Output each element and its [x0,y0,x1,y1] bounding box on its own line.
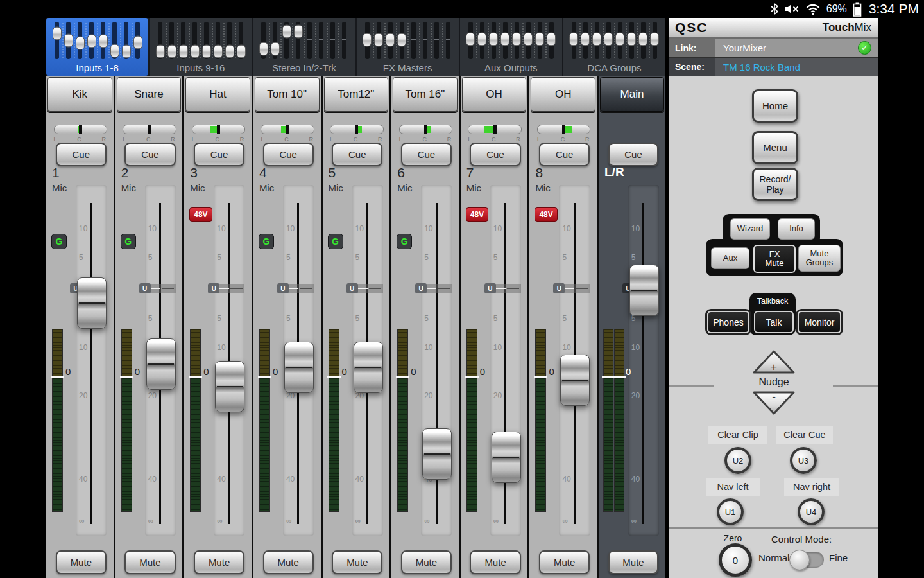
pan-indicator[interactable] [468,125,522,134]
mute-button[interactable]: Mute [332,550,382,574]
cue-button[interactable]: Cue [56,143,107,166]
fader-bank-tab-inputs-9-16[interactable]: Inputs 9-16 [150,18,252,76]
record-play-button[interactable]: Record/ Play [752,168,798,201]
user-button-u2[interactable]: U2 [724,447,751,474]
menu-button[interactable]: Menu [752,131,798,164]
fader-track[interactable]: 105U5102040∞ [352,185,383,536]
channel-name-header[interactable]: OH [462,77,527,112]
mute-button[interactable]: Mute [470,550,520,574]
info-button[interactable]: Info [778,218,815,240]
fader-track[interactable]: 105U5102040∞ [283,185,314,536]
mini-fader-handle-icon [156,45,165,58]
mini-fader-handle-icon [110,44,119,58]
fader-scale-label: 5 [562,314,567,323]
mute-button[interactable]: Mute [539,550,590,574]
fader-handle[interactable] [354,342,383,393]
home-button[interactable]: Home [752,89,798,123]
user-button-u4[interactable]: U4 [798,498,825,525]
mute-button[interactable]: Mute [263,550,314,574]
channel-name-header[interactable]: OH [531,77,595,112]
mini-fader-track-icon [377,22,381,59]
pan-indicator[interactable] [261,125,314,134]
control-mode-toggle[interactable] [791,552,824,568]
fader-bank-tabs: Inputs 1-8Inputs 9-16Stereo In/2-TrkFX M… [46,18,665,76]
fader-track[interactable]: 105U5102040∞ [421,185,452,536]
mute-groups-button[interactable]: Mute Groups [798,245,841,272]
link-row: Link: YourMixer ✓ [669,39,878,58]
pan-scale-label: R [447,136,452,143]
fader-handle[interactable] [492,432,521,483]
channel-name-header[interactable]: Tom 16" [393,77,458,112]
fader-handle[interactable] [629,265,659,316]
cue-button[interactable]: Cue [124,143,175,166]
fader-bank-tab-inputs-1-8[interactable]: Inputs 1-8 [46,18,148,76]
fader-handle[interactable] [77,277,107,329]
talk-button[interactable]: Talk [754,311,794,333]
fader-handle[interactable] [284,342,314,393]
mute-button[interactable]: Mute [124,550,175,574]
mini-fader-handle-icon [569,32,578,46]
fader-track[interactable]: 105U5102040∞ [628,185,659,536]
channel-name-header[interactable]: Tom12" [324,77,389,112]
cue-button[interactable]: Cue [332,143,382,166]
fader-bank-tab-fx-masters[interactable]: FX Masters [357,18,459,76]
fader-bank-tab-stereo-in-2-trk[interactable]: Stereo In/2-Trk [253,18,355,76]
user-button-u3[interactable]: U3 [790,447,817,474]
pan-scale-labels: LCR [468,136,520,143]
fader-handle[interactable] [422,428,452,480]
cue-button[interactable]: Cue [470,143,520,166]
channel-type-label: Mic [190,182,205,193]
pan-indicator[interactable] [399,125,453,134]
fader-scale-label: 10 [424,343,432,352]
fader-scale-label: 10 [562,343,570,352]
phones-button[interactable]: Phones [707,311,749,333]
zero-button[interactable]: 0 [719,543,752,577]
pan-indicator[interactable] [330,125,384,134]
channel-name-header[interactable]: Snare [117,77,182,112]
fader-bank-tab-dca-groups[interactable]: DCA Groups [563,18,665,76]
mini-fader-handle-icon [650,32,659,46]
cue-button[interactable]: Cue [608,143,659,166]
mute-button[interactable]: Mute [56,550,107,574]
fader-track[interactable]: 105U5102040∞ [145,185,176,536]
fader-track[interactable]: 105U5102040∞ [559,185,590,536]
nudge-down-button[interactable]: - [751,389,797,416]
monitor-button[interactable]: Monitor [798,311,841,333]
fader-bank-tab-aux-outputs[interactable]: Aux Outputs [460,18,562,76]
cue-button[interactable]: Cue [263,143,314,166]
cue-button[interactable]: Cue [539,143,590,166]
meter-zero-tick-icon [120,376,133,378]
mute-button[interactable]: Mute [608,550,659,574]
pan-scale-label: C [354,136,358,143]
channel-name-header[interactable]: Main [600,77,664,112]
scene-label: Scene: [669,58,715,76]
mute-button[interactable]: Mute [401,550,452,574]
fader-track[interactable]: 105U5102040∞ [76,185,107,536]
fx-mute-button[interactable]: FX Mute [753,245,796,273]
mute-button[interactable]: Mute [194,550,244,574]
fader-track[interactable]: 105U5102040∞ [490,185,521,536]
fader-scale-label: ∞ [631,516,637,525]
cue-button[interactable]: Cue [194,143,244,166]
channel-name-header[interactable]: Kik [47,77,112,112]
fader-handle[interactable] [560,355,590,406]
scene-row: Scene: TM 16 Rock Band [669,58,878,76]
pan-indicator[interactable] [192,125,246,134]
channel-name-header[interactable]: Tom 10" [255,77,320,112]
channel-name-header[interactable]: Hat [185,77,250,112]
fader-scale-label: 10 [631,224,640,233]
mini-fader-dash-icon [319,39,323,40]
wizard-button[interactable]: Wizard [730,218,770,240]
pan-indicator[interactable] [537,125,591,134]
mixer-area: Inputs 1-8Inputs 9-16Stereo In/2-TrkFX M… [46,18,665,578]
fader-handle[interactable] [215,361,244,412]
nav-right-label: Nav right [784,478,839,496]
cue-button[interactable]: Cue [401,143,452,166]
aux-button[interactable]: Aux [711,247,749,269]
nudge-up-button[interactable]: + [751,349,797,376]
fader-handle[interactable] [146,338,176,390]
pan-indicator[interactable] [123,125,176,134]
pan-indicator[interactable] [54,125,108,134]
user-button-u1[interactable]: U1 [717,498,744,525]
fader-track[interactable]: 105U5102040∞ [214,185,244,536]
